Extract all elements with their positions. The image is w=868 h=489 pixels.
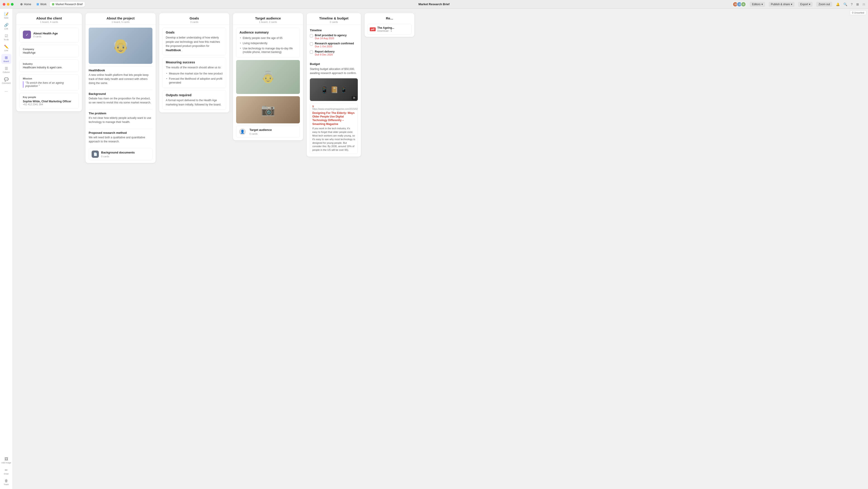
canvas: 0 Unsorted About the client 1 board, 4 c… xyxy=(13,9,868,489)
close-button[interactable] xyxy=(3,3,5,6)
ereader-icon: 📔 xyxy=(331,86,338,93)
list-item: Forecast the likelihood of adoption and … xyxy=(166,76,223,85)
target-card-row: 👤 Target audience 0 cards xyxy=(239,128,297,135)
sidebar-item-draw[interactable]: ✏ Draw xyxy=(1,466,11,476)
sidebar-item-comment[interactable]: 💬 Comment xyxy=(1,76,11,86)
sidebar-item-board[interactable]: ⊞ Board xyxy=(1,54,11,64)
elderly-woman-icon: 👵 xyxy=(261,70,275,84)
draw-icon: ✏ xyxy=(5,468,8,472)
tab-work-label: Work xyxy=(40,3,46,6)
tab-home-label: Home xyxy=(24,3,31,6)
target-audience-header: Target audience 1 board, 2 cards xyxy=(233,13,303,25)
help-icon[interactable]: ? xyxy=(851,2,852,6)
industry-card: Industry Healthcare industry & aged care… xyxy=(20,60,79,72)
chevron-down-icon: ▾ xyxy=(791,3,792,6)
timeline-checkbox-2[interactable] xyxy=(310,42,313,46)
project-hero-image: 👴 xyxy=(89,28,152,64)
traffic-lights xyxy=(3,3,13,6)
notification-icon[interactable]: 🔔 xyxy=(836,2,840,6)
target-audience-title: Target audience xyxy=(237,16,299,20)
avatar-group: S J A xyxy=(734,2,746,7)
line-icon: ✏️ xyxy=(4,45,9,49)
list-item: Measure the market size for the new prod… xyxy=(166,71,223,76)
web-card-text: If you work in the tech industry, it's e… xyxy=(312,127,355,152)
audience-summary-card: Audience summary Elderly people over the… xyxy=(236,28,300,58)
timeline-column: Timeline & budget 2 cards Timeline Brief… xyxy=(307,13,361,157)
board-icon: ⊞ xyxy=(5,55,8,60)
ref-title: Re... xyxy=(369,16,410,20)
search-icon[interactable]: 🔍 xyxy=(843,2,847,6)
web-article-card[interactable]: S https://www.smashingmagazine.com/2015/… xyxy=(310,103,358,154)
timeline-item-2: Research approach confirmed Due 1 Oct 20… xyxy=(310,42,358,48)
sidebar-item-line[interactable]: ✏️ Line xyxy=(1,43,11,53)
target-audience-body: Audience summary Elderly people over the… xyxy=(233,25,303,140)
sidebar-item-note[interactable]: 📝 Note xyxy=(1,10,11,20)
background-documents-card[interactable]: 📄 Background documents 0 cards xyxy=(89,148,152,160)
notification-count: 21 xyxy=(863,3,865,6)
target-audience-column: Target audience 1 board, 2 cards Audienc… xyxy=(233,13,303,140)
health-age-icon: ✓ xyxy=(23,31,31,39)
tab-bar: Home Work Market Research Brief xyxy=(18,2,85,7)
about-project-body: 👴 HealthBook A new online health platfor… xyxy=(86,25,156,163)
about-project-subtitle: 1 board, 5 cards xyxy=(90,21,152,23)
elderly-camera-icon: 📷 xyxy=(261,103,275,116)
editors-button[interactable]: Editors ▾ xyxy=(750,2,765,7)
tablet-icon: 📱 xyxy=(320,86,329,94)
ref-body: pdf The Ageing... Download · 1 xyxy=(365,22,414,37)
mission-quote: "To enrich the lives of an ageing popula… xyxy=(23,81,75,88)
grid-icon[interactable]: ⊞ xyxy=(856,2,859,6)
healthbook-card: HealthBook A new online health platform … xyxy=(89,66,152,87)
goals-body: Goals Develop a better understating of h… xyxy=(159,25,229,113)
fullscreen-button[interactable] xyxy=(11,3,13,6)
link-icon: 🔗 xyxy=(4,23,9,27)
goals-text: Develop a better understating of how eld… xyxy=(166,35,223,52)
sidebar-item-more[interactable]: ··· xyxy=(1,86,11,96)
problem-card: The problem It's not clear how elderly p… xyxy=(89,109,152,126)
tab-work[interactable]: Work xyxy=(34,2,49,7)
work-dot xyxy=(37,3,39,5)
measuring-bullet-list: Measure the market size for the new prod… xyxy=(166,71,223,85)
unsorted-badge: 0 Unsorted xyxy=(850,10,866,15)
timeline-body: Timeline Brief provided to agency Due 14… xyxy=(307,25,361,157)
tab-home[interactable]: Home xyxy=(18,2,33,7)
references-column: Re... pdf The Ageing... Download · 1 xyxy=(365,13,414,37)
timeline-checkbox-1[interactable] xyxy=(310,34,313,37)
target-audience-sub-card[interactable]: 👤 Target audience 0 cards xyxy=(236,126,300,138)
sidebar-item-link[interactable]: 🔗 Link xyxy=(1,21,11,31)
zoom-button[interactable]: Zoom out xyxy=(816,2,832,7)
sidebar-item-todo[interactable]: ☑ To-do xyxy=(1,32,11,42)
sidebar-item-add-image[interactable]: 🖼 Add image xyxy=(1,456,11,465)
bg-docs-info: Background documents 0 cards xyxy=(101,151,135,158)
chevron-down-icon: ▾ xyxy=(762,3,763,6)
web-card-title[interactable]: Designing For The Elderly: Ways Older Pe… xyxy=(312,111,355,126)
minimize-button[interactable] xyxy=(7,3,9,6)
timeline-header: Timeline & budget 2 cards xyxy=(307,13,361,25)
publish-share-button[interactable]: Publish & share ▾ xyxy=(769,2,795,7)
timeline-item-3-info: Report delivery Due 8 Dec 2020 xyxy=(315,50,335,56)
sidebar-item-column[interactable]: ☰ Column xyxy=(1,65,11,75)
outputs-card: Outputs required A formal report deliver… xyxy=(162,90,226,110)
elderly-figure-icon: 👴 xyxy=(112,38,129,54)
tab-mrb[interactable]: Market Research Brief xyxy=(50,2,85,7)
app-body: 📝 Note 🔗 Link ☑ To-do ✏️ Line ⊞ Board ☰ … xyxy=(0,9,868,489)
target-card-info: Target audience 0 cards xyxy=(249,128,272,135)
list-item: Use technology to manage day-to-day life… xyxy=(240,46,297,55)
bg-docs-icon: 📄 xyxy=(92,150,99,158)
note-icon: 📝 xyxy=(4,12,9,16)
web-article-body: S https://www.smashingmagazine.com/2015/… xyxy=(310,104,358,154)
export-button[interactable]: Export ▾ xyxy=(798,2,813,7)
timeline-item-3: Report delivery Due 8 Dec 2020 xyxy=(310,50,358,56)
pdf-icon: pdf xyxy=(370,27,376,31)
sidebar-item-trash[interactable]: 🗑 Trash xyxy=(1,477,11,487)
todo-icon: ☑ xyxy=(5,34,8,38)
about-health-age-card[interactable]: ✓ About Health Age 0 cards xyxy=(20,28,79,42)
about-project-header: About the project 1 board, 5 cards xyxy=(86,13,156,25)
measuring-success-card: Measuring success The results of the res… xyxy=(162,58,226,88)
health-age-card-header: ✓ About Health Age 0 cards xyxy=(23,31,75,39)
goals-column-subtitle: 3 cards xyxy=(163,21,225,23)
about-client-column: About the client 1 board, 4 cards ✓ Abou… xyxy=(16,13,82,111)
timeline-checkbox-3[interactable] xyxy=(310,51,313,54)
pdf-card[interactable]: pdf The Ageing... Download · 1 xyxy=(367,24,412,35)
chevron-down-icon: ▾ xyxy=(809,3,810,6)
sidebar: 📝 Note 🔗 Link ☑ To-do ✏️ Line ⊞ Board ☰ … xyxy=(0,9,13,489)
